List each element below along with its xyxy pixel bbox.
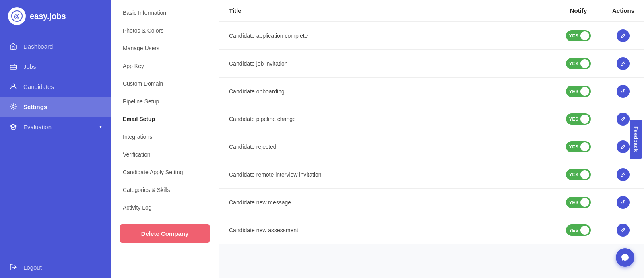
- submenu-item-pipeline-setup[interactable]: Pipeline Setup: [111, 93, 219, 110]
- row-actions-6: [603, 189, 644, 216]
- toggle-knob-2: [580, 87, 589, 96]
- submenu-item-categories-skills[interactable]: Categories & Skills: [111, 181, 219, 199]
- table-row: Candidate rejected YES: [219, 133, 644, 161]
- submenu-item-basic-info[interactable]: Basic Information: [111, 4, 219, 22]
- notify-toggle-2[interactable]: YES: [566, 86, 591, 97]
- notify-toggle-6[interactable]: YES: [566, 197, 591, 208]
- row-notify-6: YES: [554, 189, 603, 216]
- notify-toggle-1[interactable]: YES: [566, 58, 591, 69]
- sidebar-item-settings[interactable]: Settings: [0, 97, 111, 117]
- brand-name: easy.jobs: [30, 12, 66, 21]
- row-actions-1: [603, 50, 644, 78]
- submenu-item-integrations[interactable]: Integrations: [111, 128, 219, 146]
- row-title-5: Candidate remote interview invitation: [219, 161, 554, 189]
- toggle-knob-7: [580, 226, 589, 235]
- feedback-tab[interactable]: Feedback: [630, 120, 642, 159]
- table-row: Candidate onboarding YES: [219, 78, 644, 105]
- row-actions-5: [603, 161, 644, 189]
- toggle-yes-label-2: YES: [569, 89, 579, 94]
- notify-toggle-0[interactable]: YES: [566, 30, 591, 41]
- brand-logo: @ easy.jobs: [0, 0, 111, 32]
- row-notify-4: YES: [554, 133, 603, 161]
- svg-line-9: [623, 62, 625, 64]
- row-notify-7: YES: [554, 216, 603, 244]
- notify-toggle-5[interactable]: YES: [566, 169, 591, 180]
- submenu-item-activity-log[interactable]: Activity Log: [111, 199, 219, 216]
- header-notify: Notify: [554, 0, 603, 22]
- table-row: Candidate new message YES: [219, 189, 644, 216]
- notify-toggle-4[interactable]: YES: [566, 141, 591, 152]
- table-row: Candidate remote interview invitation YE…: [219, 161, 644, 189]
- toggle-yes-label-3: YES: [569, 117, 579, 121]
- submenu-item-candidate-apply[interactable]: Candidate Apply Setting: [111, 163, 219, 181]
- sidebar-label-evaluation: Evaluation: [23, 124, 94, 130]
- row-title-0: Candidate application complete: [219, 22, 554, 50]
- toggle-yes-label-1: YES: [569, 61, 579, 66]
- graduation-icon: [9, 122, 18, 131]
- email-table: Title Notify Actions Candidate applicati…: [219, 0, 644, 244]
- submenu-item-manage-users[interactable]: Manage Users: [111, 39, 219, 57]
- row-notify-5: YES: [554, 161, 603, 189]
- notify-toggle-3[interactable]: YES: [566, 113, 591, 125]
- table-header-row: Title Notify Actions: [219, 0, 644, 22]
- sidebar-item-jobs[interactable]: Jobs: [0, 56, 111, 76]
- edit-button-3[interactable]: [617, 113, 630, 126]
- row-notify-2: YES: [554, 78, 603, 105]
- table-row: Candidate job invitation YES: [219, 50, 644, 78]
- chat-bubble-button[interactable]: [616, 248, 634, 267]
- sidebar-item-evaluation[interactable]: Evaluation ▾: [0, 117, 111, 137]
- row-title-2: Candidate onboarding: [219, 78, 554, 105]
- edit-button-2[interactable]: [617, 85, 630, 98]
- row-actions-0: [603, 22, 644, 50]
- row-notify-0: YES: [554, 22, 603, 50]
- delete-company-button[interactable]: Delete Company: [120, 224, 210, 243]
- svg-rect-2: [12, 47, 14, 49]
- notify-toggle-7[interactable]: YES: [566, 224, 591, 236]
- chevron-down-icon: ▾: [99, 124, 102, 130]
- edit-button-1[interactable]: [617, 57, 630, 70]
- nav-list: Dashboard Jobs Candidates: [0, 32, 111, 256]
- row-notify-3: YES: [554, 105, 603, 133]
- svg-line-10: [623, 90, 625, 91]
- user-icon: [9, 82, 18, 91]
- edit-button-5[interactable]: [617, 168, 630, 181]
- edit-button-7[interactable]: [617, 224, 630, 237]
- toggle-yes-label-0: YES: [569, 33, 579, 38]
- toggle-knob-0: [580, 31, 589, 40]
- briefcase-icon: [9, 62, 18, 71]
- row-title-6: Candidate new message: [219, 189, 554, 216]
- edit-button-6[interactable]: [617, 196, 630, 209]
- sidebar: @ easy.jobs Dashboard Jobs: [0, 0, 111, 278]
- toggle-yes-label-4: YES: [569, 144, 579, 149]
- row-title-7: Candidate new assessment: [219, 216, 554, 244]
- svg-text:@: @: [14, 13, 20, 19]
- sidebar-label-jobs: Jobs: [23, 63, 102, 70]
- sidebar-label-candidates: Candidates: [23, 83, 102, 90]
- svg-point-6: [12, 106, 14, 108]
- submenu-item-app-key[interactable]: App Key: [111, 57, 219, 75]
- submenu-item-verification[interactable]: Verification: [111, 146, 219, 163]
- toggle-knob-4: [580, 142, 589, 151]
- logout-item[interactable]: Logout: [0, 256, 111, 278]
- logout-icon: [9, 263, 18, 272]
- svg-line-14: [623, 201, 625, 202]
- toggle-knob-5: [580, 170, 589, 179]
- toggle-knob-6: [580, 198, 589, 207]
- sidebar-item-dashboard[interactable]: Dashboard: [0, 36, 111, 56]
- submenu-item-email-setup[interactable]: Email Setup: [111, 110, 219, 128]
- table-row: Candidate new assessment YES: [219, 216, 644, 244]
- toggle-yes-label-5: YES: [569, 172, 579, 177]
- table-row: Candidate pipeline change YES: [219, 105, 644, 133]
- row-title-1: Candidate job invitation: [219, 50, 554, 78]
- sidebar-label-settings: Settings: [23, 103, 102, 110]
- edit-button-0[interactable]: [617, 29, 630, 42]
- submenu-item-photos-colors[interactable]: Photos & Colors: [111, 22, 219, 39]
- row-notify-1: YES: [554, 50, 603, 78]
- header-title: Title: [219, 0, 554, 22]
- logout-label: Logout: [23, 264, 42, 271]
- toggle-yes-label-7: YES: [569, 228, 579, 233]
- sidebar-item-candidates[interactable]: Candidates: [0, 76, 111, 97]
- logo-icon: @: [8, 7, 26, 25]
- submenu-item-custom-domain[interactable]: Custom Domain: [111, 75, 219, 93]
- edit-button-4[interactable]: [617, 140, 630, 153]
